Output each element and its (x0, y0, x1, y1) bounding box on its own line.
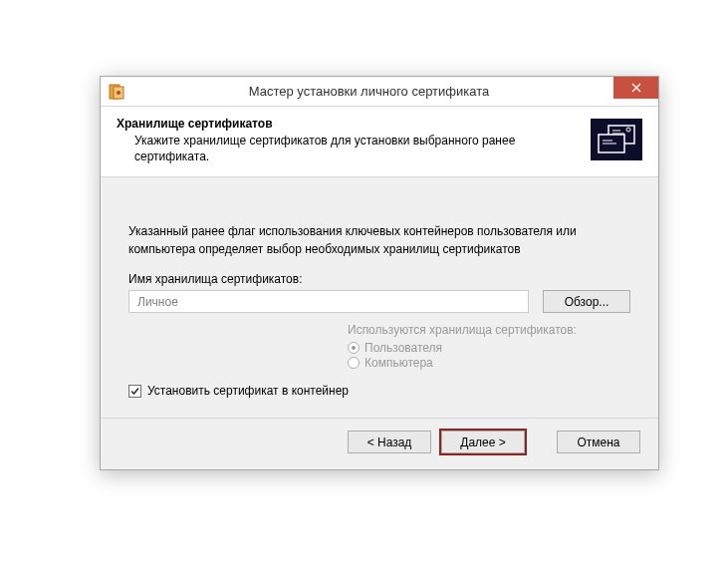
info-text: Указанный ранее флаг использования ключе… (128, 223, 630, 258)
cancel-button[interactable]: Отмена (557, 431, 640, 453)
store-name-field: Имя хранилища сертификатов: Обзор... (128, 272, 630, 313)
store-scope-label: Используются хранилища сертификатов: (348, 323, 630, 337)
header-title: Хранилище сертификатов (117, 117, 581, 131)
radio-user-indicator (348, 342, 360, 354)
back-button[interactable]: < Назад (348, 431, 431, 453)
store-name-input-row: Обзор... (128, 290, 630, 313)
app-icon (109, 84, 124, 100)
close-icon (631, 83, 641, 93)
svg-point-8 (626, 128, 630, 132)
svg-point-2 (117, 91, 121, 95)
next-button[interactable]: Далее > (441, 431, 525, 453)
header-texts: Хранилище сертификатов Укажите хранилище… (117, 117, 581, 164)
wizard-dialog: Мастер установки личного сертификата Хра… (100, 76, 659, 470)
install-to-container-label: Установить сертификат в контейнер (147, 384, 349, 398)
install-to-container-checkbox[interactable] (128, 385, 141, 398)
close-button[interactable] (613, 77, 658, 99)
radio-computer-indicator (348, 357, 360, 369)
spacer (535, 431, 547, 453)
certificate-icon (591, 119, 642, 160)
store-name-label: Имя хранилища сертификатов: (128, 272, 630, 286)
header-subtitle: Укажите хранилище сертификатов для устан… (117, 133, 581, 164)
wizard-footer: < Назад Далее > Отмена (101, 418, 658, 469)
checkmark-icon (129, 386, 140, 397)
store-scope-group: Используются хранилища сертификатов: Пол… (348, 323, 630, 370)
radio-computer-label: Компьютера (364, 356, 433, 370)
store-name-input (128, 290, 529, 313)
wizard-body: Указанный ранее флаг использования ключе… (101, 177, 658, 418)
radio-computer: Компьютера (348, 356, 630, 370)
window-title: Мастер установки личного сертификата (124, 84, 658, 99)
radio-user-label: Пользователя (364, 341, 442, 355)
install-to-container-row[interactable]: Установить сертификат в контейнер (128, 384, 630, 398)
radio-user: Пользователя (348, 341, 630, 355)
titlebar: Мастер установки личного сертификата (101, 77, 658, 107)
wizard-header: Хранилище сертификатов Укажите хранилище… (101, 107, 658, 177)
browse-button[interactable]: Обзор... (543, 290, 630, 313)
